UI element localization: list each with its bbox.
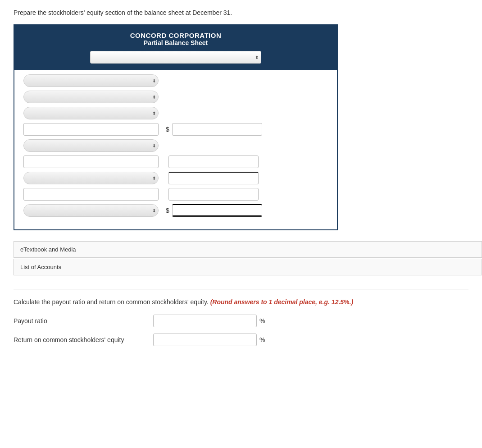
account-dropdown-9[interactable] — [23, 204, 159, 217]
select-wrapper-9[interactable] — [23, 204, 159, 217]
amount-input-4[interactable] — [172, 123, 262, 136]
header-select-wrapper[interactable] — [90, 51, 261, 64]
balance-sheet-body: $ — [14, 70, 337, 229]
header-period-dropdown[interactable] — [90, 51, 261, 64]
form-row-6 — [23, 155, 328, 168]
label-input-4[interactable] — [23, 123, 159, 136]
dollar-sign-4: $ — [166, 126, 169, 133]
account-dropdown-5[interactable] — [23, 139, 159, 152]
amount-input-8[interactable] — [168, 188, 259, 201]
payout-ratio-percent: % — [259, 317, 265, 325]
return-equity-percent: % — [259, 336, 265, 343]
bottom-links: eTextbook and Media List of Accounts — [14, 241, 482, 275]
payout-ratio-input[interactable] — [153, 315, 257, 327]
dollar-sign-9: $ — [166, 207, 169, 214]
company-name: CONCORD CORPORATION — [19, 32, 332, 39]
form-row-3 — [23, 107, 328, 119]
payout-ratio-label: Payout ratio — [14, 317, 153, 325]
balance-sheet-container: CONCORD CORPORATION Partial Balance Shee… — [14, 24, 338, 230]
return-equity-row: Return on common stockholders' equity % — [14, 334, 468, 346]
form-row-5 — [23, 139, 328, 152]
payout-ratio-row: Payout ratio % — [14, 315, 468, 327]
calc-instruction-highlight: (Round answers to 1 decimal place, e.g. … — [210, 298, 353, 306]
section-divider — [14, 289, 468, 289]
form-row-4: $ — [23, 123, 328, 136]
label-input-8[interactable] — [23, 188, 159, 201]
form-row-9: $ — [23, 204, 328, 217]
balance-sheet-header: CONCORD CORPORATION Partial Balance Shee… — [14, 25, 337, 70]
return-equity-input[interactable] — [153, 334, 257, 346]
sheet-title: Partial Balance Sheet — [19, 39, 332, 46]
account-dropdown-1[interactable] — [23, 74, 159, 87]
return-equity-label: Return on common stockholders' equity — [14, 336, 153, 343]
select-wrapper-7[interactable] — [23, 172, 159, 184]
calc-section: Calculate the payout ratio and return on… — [14, 298, 468, 346]
amount-input-6[interactable] — [168, 155, 259, 168]
form-row-1 — [23, 74, 328, 87]
calc-instruction: Calculate the payout ratio and return on… — [14, 298, 468, 306]
form-row-2 — [23, 91, 328, 103]
select-wrapper-5[interactable] — [23, 139, 159, 152]
amount-input-9[interactable] — [172, 204, 262, 217]
form-row-7 — [23, 172, 328, 184]
select-wrapper-1[interactable] — [23, 74, 159, 87]
instruction-text: Prepare the stockholders' equity section… — [14, 9, 468, 16]
label-input-6[interactable] — [23, 155, 159, 168]
list-accounts-link[interactable]: List of Accounts — [14, 259, 482, 275]
calc-instruction-text: Calculate the payout ratio and return on… — [14, 298, 209, 306]
select-wrapper-3[interactable] — [23, 107, 159, 119]
amount-input-7[interactable] — [168, 172, 259, 184]
account-dropdown-7[interactable] — [23, 172, 159, 184]
account-dropdown-3[interactable] — [23, 107, 159, 119]
form-row-8 — [23, 188, 328, 201]
select-wrapper-2[interactable] — [23, 91, 159, 103]
etextbook-link[interactable]: eTextbook and Media — [14, 241, 482, 258]
account-dropdown-2[interactable] — [23, 91, 159, 103]
